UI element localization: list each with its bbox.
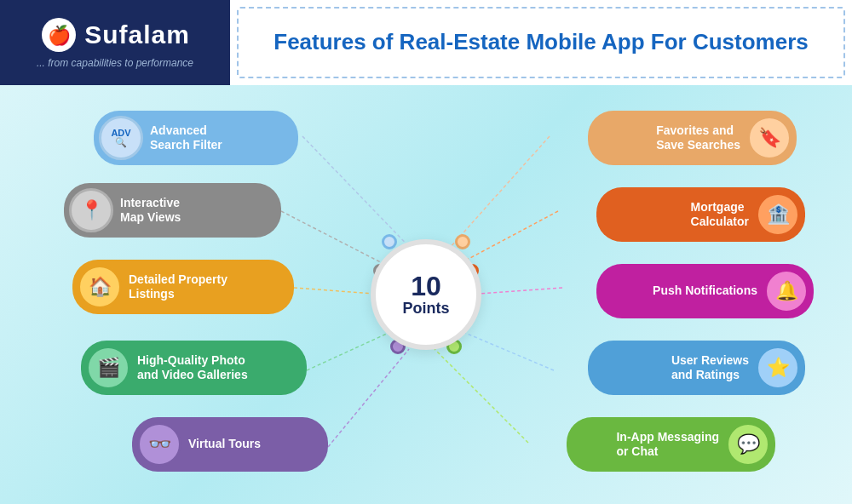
sufalam-logo-icon: 🍎 [40, 16, 78, 54]
feature-high-quality: 🎬 High-Quality Photoand Video Galleries [81, 341, 307, 395]
feature-advanced-search: ADV🔍 AdvancedSearch Filter [94, 111, 298, 165]
svg-line-2 [302, 136, 417, 255]
logo-tagline: ... from capabilities to performance [37, 57, 193, 69]
feature-interactive-map: 📍 InteractiveMap Views [64, 183, 281, 238]
inapp-messaging-icon-circle: 💬 [726, 422, 770, 467]
feature-user-reviews: ⭐ User Reviewsand Ratings [588, 341, 805, 395]
center-circle: 10 Points [371, 239, 481, 350]
advanced-search-icon-circle: ADV🔍 [99, 116, 143, 160]
center-number: 10 [411, 272, 441, 300]
high-quality-icon-circle: 🎬 [86, 346, 130, 390]
mortgage-icon-circle: 🏦 [756, 192, 800, 237]
feature-virtual-tours: 👓 Virtual Tours [132, 417, 328, 472]
favorites-label: Favorites andSave Searches [656, 123, 740, 153]
high-quality-label: High-Quality Photoand Video Galleries [137, 353, 248, 383]
svg-text:🍎: 🍎 [48, 24, 72, 47]
feature-detailed-property: 🏠 Detailed PropertyListings [72, 260, 294, 314]
advanced-search-label: AdvancedSearch Filter [150, 123, 222, 153]
page-title: Features of Real-Estate Mobile App For C… [273, 28, 808, 57]
logo-area: 🍎 Sufalam ... from capabilities to perfo… [0, 0, 230, 85]
header: 🍎 Sufalam ... from capabilities to perfo… [0, 0, 852, 85]
feature-push-notifications: 🔔 Push Notifications [596, 264, 814, 318]
mortgage-label: MortgageCalculator [691, 200, 749, 230]
orbital-dot-1 [382, 234, 397, 249]
user-reviews-icon-circle: ⭐ [756, 346, 800, 390]
feature-inapp-messaging: 💬 In-App Messagingor Chat [567, 417, 775, 472]
interactive-map-icon-circle: 📍 [69, 188, 113, 232]
virtual-tours-icon-circle: 👓 [137, 422, 181, 467]
push-notifications-icon-circle: 🔔 [764, 269, 809, 313]
user-reviews-label: User Reviewsand Ratings [671, 353, 749, 383]
logo-name: Sufalam [84, 20, 190, 49]
detailed-property-icon-circle: 🏠 [78, 265, 122, 309]
feature-favorites: 🔖 Favorites andSave Searches [588, 111, 797, 165]
main-content: 10 Points ADV🔍 AdvancedSearch Filter 📍 I… [0, 85, 852, 504]
svg-line-6 [328, 349, 409, 447]
detailed-property-label: Detailed PropertyListings [129, 272, 227, 302]
virtual-tours-label: Virtual Tours [188, 437, 261, 452]
svg-line-11 [435, 349, 528, 443]
interactive-map-label: InteractiveMap Views [120, 196, 181, 226]
push-notifications-label: Push Notifications [653, 284, 757, 299]
favorites-icon-circle: 🔖 [747, 116, 792, 160]
feature-mortgage: 🏦 MortgageCalculator [596, 187, 805, 242]
center-label: Points [402, 300, 449, 318]
title-area: Features of Real-Estate Mobile App For C… [237, 7, 845, 78]
inapp-messaging-label: In-App Messagingor Chat [616, 430, 719, 460]
orbital-dot-6 [455, 234, 470, 249]
